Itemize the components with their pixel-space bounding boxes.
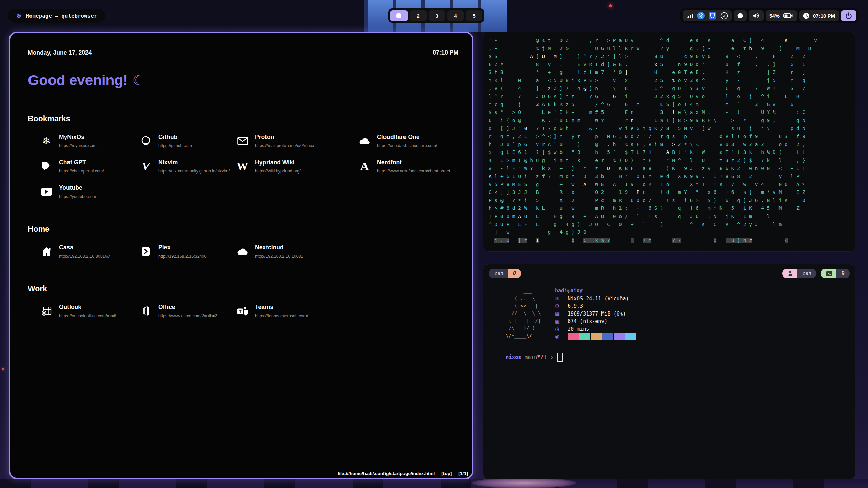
tray-record-group[interactable] (734, 10, 747, 21)
fastfetch-info: hadi@nixy ❄NixOS 24.11 (Vicuña)⚙6.9.3▦19… (555, 287, 637, 341)
fetch-entries: ❄NixOS 24.11 (Vicuña)⚙6.9.3▦1969/31377 M… (555, 295, 637, 341)
qutebrowser-statusbar: file:///home/hadi/.config/startpage/inde… (338, 471, 468, 476)
workspace-button-active[interactable] (390, 10, 408, 21)
bookmark-item[interactable]: Githubhttps://github.com (139, 134, 236, 148)
system-tray: 54% 07:10 PM (680, 8, 859, 23)
tray-clock-group[interactable]: 07:10 PM (799, 10, 839, 21)
bookmark-item[interactable]: Nextcloudhttp://192.168.2.16:10081 (236, 244, 358, 259)
bookmark-url: https://nix-community.github.io/nixvim/ (158, 169, 230, 174)
cloud-icon (358, 137, 371, 145)
battery-percent: 54% (769, 13, 780, 18)
fetch-entry: ⚙6.9.3 (555, 302, 637, 310)
bookmark-url: https://wiki.hyprland.org/ (255, 169, 301, 174)
bookmark-item[interactable]: Cloudflare Onehttps://one.dash.cloudflar… (358, 134, 472, 148)
moon-icon: ☾ (133, 73, 144, 88)
tux-ascii-art: ___ ( .. \ ( <> | // \ \ \ ( | | /| _/\ … (506, 287, 546, 341)
chat-bubble-icon (40, 162, 53, 171)
fetch-entry: ▣674 (nix-env) (555, 318, 637, 325)
bookmark-url: http://192.168.2.16:10081 (255, 254, 303, 259)
bookmark-title: Github (158, 134, 192, 141)
tray-volume-group[interactable] (749, 10, 764, 21)
bookmark-item[interactable]: Plexhttp://192.168.2.16:32400 (139, 244, 236, 259)
fetch-value: 6.9.3 (568, 302, 583, 310)
bookmark-item[interactable]: Protonhttps://mail.proton.me/u/0/inbox (236, 134, 358, 148)
cloud-icon (236, 247, 249, 256)
color-swatches (568, 333, 637, 341)
bookmark-item[interactable]: ❄MyNixOshttps://mynixos.com (40, 134, 139, 148)
fetch-value: 1969/31377 MiB (6%) (568, 310, 626, 318)
bookmark-item[interactable]: WHyprland Wikihttps://wiki.hyprland.org/ (236, 159, 358, 174)
bookmark-item[interactable]: Outlookhttps://outlook.office.com/mail/ (40, 304, 139, 318)
bookmark-item[interactable]: Casahttp://192.168.2.16:8081/#/ (40, 244, 139, 259)
window-title-pill[interactable]: ❄ Homepage — qutebrowser (8, 9, 105, 23)
time-label: 07:10 PM (433, 49, 458, 56)
bookmark-url: https://youtube.com (59, 194, 96, 199)
shell-prompt[interactable]: nixos main * ?! › (483, 341, 855, 362)
tmux-session-name: zsh (797, 269, 816, 278)
bitwarden-shield-icon (709, 12, 716, 20)
color-swatch (591, 333, 602, 340)
tmux-session-pill: zsh (782, 269, 816, 278)
tmux-right-status: zsh 9 (782, 269, 850, 278)
bookmark-url: https://github.com (158, 143, 192, 148)
fetch-entry: ▦1969/31377 MiB (6%) (555, 310, 637, 318)
fetch-value: NixOS 24.11 (Vicuña) (568, 295, 629, 303)
house-icon (40, 247, 53, 256)
bluetooth-icon (697, 12, 705, 20)
uptime-icon: ◷ (555, 325, 562, 333)
bookmark-title: Hyprland Wiki (255, 159, 301, 166)
fetch-value: 674 (nix-env) (568, 318, 607, 325)
bookmark-grid: ❄MyNixOshttps://mynixos.comGithubhttps:/… (10, 134, 472, 199)
tmux-window-index: 0 (508, 269, 521, 278)
fetch-colors-row: ◉ (555, 333, 637, 341)
nix-snowflake-icon: ❄ (16, 13, 22, 19)
fetch-user: hadi (555, 288, 567, 294)
prompt-git-branch: main (521, 354, 537, 360)
terminal-cursor (557, 353, 563, 362)
clock-time: 07:10 PM (813, 13, 835, 18)
section-heading: Home (28, 225, 472, 234)
workspace-button[interactable]: 2 (410, 10, 427, 21)
bookmark-url: http://192.168.2.16:8081/#/ (59, 254, 110, 259)
bookmark-item[interactable]: VNixvimhttps://nix-community.github.io/n… (139, 159, 236, 174)
statusbar-url: file:///home/hadi/.config/startpage/inde… (338, 471, 435, 476)
desktop: { "bar": { "title": "Homepage — qutebrow… (0, 0, 868, 488)
bookmark-item[interactable]: Officehttps://www.office.com/?auth=2 (139, 304, 236, 318)
prompt-directory: nixos (506, 354, 521, 360)
bookmark-item[interactable]: Teamshttps://teams.microsoft.com/_ (236, 304, 358, 318)
envelope-icon (236, 137, 249, 145)
memory-icon: ▦ (555, 310, 562, 318)
matrix-terminal-window[interactable]: ' - @ % t D Z , r > P a U v ^ d e s ` K … (483, 32, 855, 252)
bookmark-grid: Outlookhttps://outlook.office.com/mail/O… (10, 304, 472, 318)
workspace-switcher: 2345 (388, 8, 484, 23)
snowflake-icon: ❄ (40, 136, 53, 146)
bookmark-item[interactable]: Chat GPThttps://chat.openai.com/ (40, 159, 139, 174)
bookmark-title: Nextcloud (255, 244, 303, 251)
color-swatch (625, 333, 636, 340)
bookmark-url: https://teams.microsoft.com/_ (255, 313, 310, 318)
matrix-bottom-row: j : U [ z 1 b C = k $ ? ` 7 M ? 7 x = U … (483, 237, 855, 245)
power-button[interactable] (841, 10, 856, 21)
bookmark-title: MyNixOs (59, 134, 96, 141)
bookmark-item[interactable]: ANerdfonthttps://www.nerdfonts.com/cheat… (358, 159, 472, 174)
workspace-button[interactable]: 3 (429, 10, 445, 21)
tray-status-group[interactable] (683, 10, 732, 21)
bookmark-title: Youtube (59, 184, 96, 191)
tray-battery-group[interactable]: 54% (766, 10, 797, 21)
bookmark-url: https://www.nerdfonts.com/cheat-sheet (377, 169, 450, 174)
bookmark-title: Casa (59, 244, 110, 251)
workspace-button[interactable]: 5 (466, 10, 482, 21)
volume-icon (752, 13, 760, 19)
greeting-text: Good evening! (28, 72, 128, 88)
workspace-button[interactable]: 4 (447, 10, 464, 21)
prompt-status-flags: ?! (540, 354, 547, 360)
statusbar-scroll: [top] (441, 471, 452, 476)
color-swatch (579, 333, 590, 340)
office-icon (139, 306, 152, 316)
fetch-value: 20 mins (568, 325, 589, 333)
bookmark-item[interactable]: Youtubehttps://youtube.com (40, 184, 139, 199)
statusbar-tab-index: [1/1] (458, 471, 468, 476)
qutebrowser-window[interactable]: Monday, June 17, 2024 07:10 PM Good even… (9, 32, 473, 479)
zsh-terminal-window[interactable]: zsh 0 zsh 9 ___ ( .. \ ( <> | // \ \ \ (… (483, 264, 855, 479)
palette-icon: ◉ (555, 333, 562, 341)
